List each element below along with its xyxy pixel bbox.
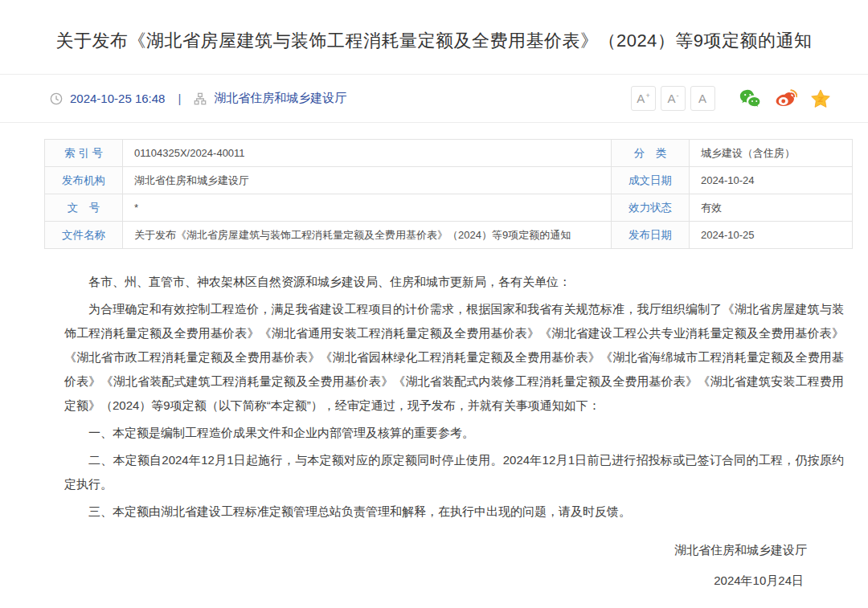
value-cell-category: 城乡建设（含住房）	[690, 140, 853, 167]
label-cell-doc-title: 文件名称	[45, 222, 123, 249]
value-cell-issuing-org: 湖北省住房和城乡建设厅	[123, 167, 612, 194]
notice-page: 关于发布《湖北省房屋建筑与装饰工程消耗量定额及全费用基价表》（2024）等9项定…	[0, 0, 868, 608]
label-cell-index-number: 索 引 号	[45, 140, 123, 167]
meta-right: A+ A- A	[626, 86, 831, 111]
value-cell-doc-number: *	[123, 194, 612, 222]
meta-left: 2024-10-25 16:48 | 湖北省住房和城乡建设厅	[50, 91, 346, 106]
meta-separator: |	[178, 92, 181, 105]
share-group	[739, 88, 831, 109]
body-paragraph: 三、本定额由湖北省建设工程标准定额管理总站负责管理和解释，在执行中出现的问题，请…	[64, 500, 844, 524]
label-cell-doc-number: 文 号	[45, 194, 123, 222]
font-reset-button[interactable]: A	[690, 86, 715, 111]
wechat-share-icon[interactable]	[739, 89, 762, 108]
clock-icon	[50, 92, 63, 105]
font-decrease-button[interactable]: A-	[661, 86, 686, 111]
weibo-share-icon[interactable]	[775, 88, 797, 108]
meta-bar: 2024-10-25 16:48 | 湖北省住房和城乡建设厅 A+ A- A	[0, 74, 868, 123]
label-cell-category: 分 类	[612, 140, 690, 167]
label-cell-issuing-org: 发布机构	[45, 167, 123, 194]
document-info-table: 索 引 号 01104325X/2024-40011 分 类 城乡建设（含住房）…	[44, 139, 853, 249]
body-paragraph: 二、本定额自2024年12月1日起施行，与本定额对应的原定额同时停止使用。202…	[64, 448, 844, 496]
label-cell-validity: 效力状态	[612, 194, 690, 222]
body-paragraph: 为合理确定和有效控制工程造价，满足我省建设工程项目的计价需求，根据国家和我省有关…	[64, 297, 844, 418]
source-name: 湖北省住房和城乡建设厅	[214, 91, 346, 106]
notice-body: 各市、州、直管市、神农架林区自然资源和城乡建设局、住房和城市更新局，各有关单位：…	[64, 270, 844, 593]
table-row: 文 号 * 效力状态 有效	[45, 194, 853, 222]
value-cell-publish-date: 2024-10-25	[690, 222, 853, 249]
value-cell-validity: 有效	[690, 194, 853, 222]
table-row: 发布机构 湖北省住房和城乡建设厅 成文日期 2024-10-24	[45, 167, 853, 194]
table-row: 文件名称 关于发布《湖北省房屋建筑与装饰工程消耗量定额及全费用基价表》（2024…	[45, 222, 853, 249]
font-increase-button[interactable]: A+	[631, 86, 656, 111]
body-paragraph: 一、本定额是编制工程造价成果文件和企业内部管理及核算的重要参考。	[64, 421, 844, 445]
signature-org: 湖北省住房和城乡建设厅	[64, 538, 844, 562]
table-row: 索 引 号 01104325X/2024-40011 分 类 城乡建设（含住房）	[45, 140, 853, 167]
value-cell-written-date: 2024-10-24	[690, 167, 853, 194]
signature-date: 2024年10月24日	[64, 569, 844, 593]
value-cell-doc-title: 关于发布《湖北省房屋建筑与装饰工程消耗量定额及全费用基价表》（2024）等9项定…	[123, 222, 612, 249]
salutation: 各市、州、直管市、神农架林区自然资源和城乡建设局、住房和城市更新局，各有关单位：	[64, 270, 844, 294]
favorite-star-icon[interactable]	[810, 88, 831, 109]
publish-datetime: 2024-10-25 16:48	[70, 92, 165, 105]
label-cell-written-date: 成文日期	[612, 167, 690, 194]
value-cell-index-number: 01104325X/2024-40011	[123, 140, 612, 167]
label-cell-publish-date: 发布日期	[612, 222, 690, 249]
page-title: 关于发布《湖北省房屋建筑与装饰工程消耗量定额及全费用基价表》（2024）等9项定…	[0, 0, 868, 53]
source-org-icon	[194, 92, 207, 105]
